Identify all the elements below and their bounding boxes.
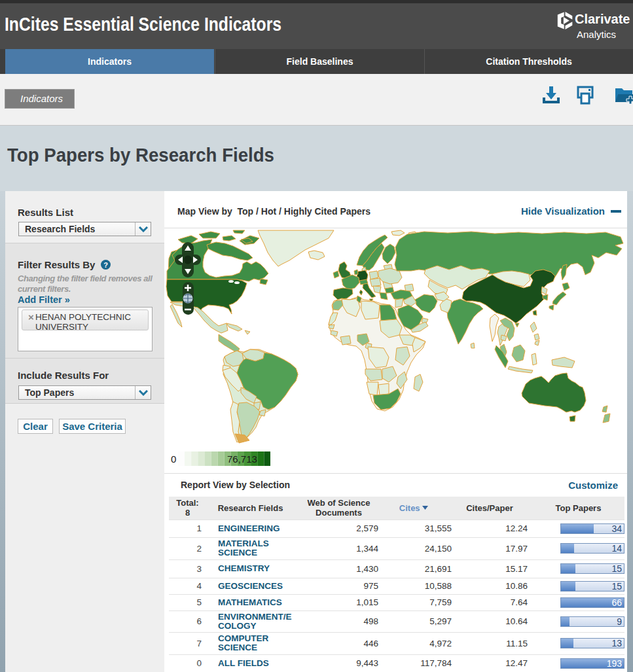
svg-text:InCites Essential Science Indi: InCites Essential Science Indicators bbox=[5, 14, 281, 35]
svg-text:?: ? bbox=[103, 261, 108, 269]
svg-text:0: 0 bbox=[171, 453, 176, 465]
svg-text:76,713: 76,713 bbox=[227, 453, 257, 465]
svg-text:Top Papers by Research Fields: Top Papers by Research Fields bbox=[7, 144, 274, 166]
